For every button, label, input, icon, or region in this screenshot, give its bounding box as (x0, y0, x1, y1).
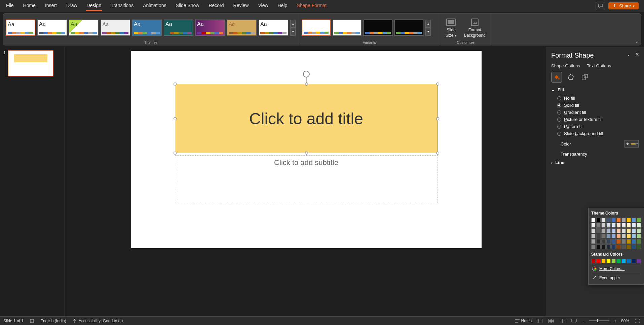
variant-thumb-2[interactable] (333, 20, 362, 36)
color-swatch[interactable] (606, 239, 611, 244)
color-swatch[interactable] (616, 228, 621, 233)
color-swatch[interactable] (616, 234, 621, 238)
tab-text-options[interactable]: Text Options (587, 63, 611, 68)
menu-home[interactable]: Home (23, 1, 36, 11)
handle-tc[interactable] (305, 83, 308, 86)
color-swatch[interactable] (611, 223, 616, 228)
color-swatch[interactable] (632, 228, 636, 233)
color-swatch[interactable] (606, 259, 611, 263)
tab-shape-options[interactable]: Shape Options (551, 63, 580, 68)
rotate-handle[interactable] (303, 70, 310, 84)
slide-thumbnail-1[interactable] (8, 50, 53, 76)
format-background-button[interactable]: Format Background (461, 18, 488, 38)
title-placeholder-box[interactable]: Click to add title (175, 84, 438, 153)
color-swatch[interactable] (596, 228, 601, 233)
theme-thumb-5[interactable]: Aa (132, 20, 162, 36)
menu-record[interactable]: Record (208, 1, 224, 11)
color-swatch[interactable] (632, 223, 636, 228)
color-swatch[interactable] (596, 245, 601, 249)
share-button[interactable]: Share ▾ (608, 2, 639, 9)
color-swatch[interactable] (632, 259, 636, 263)
pane-close-icon[interactable]: ✕ (635, 52, 639, 57)
radio-picture-fill[interactable]: Picture or texture fill (557, 117, 639, 122)
color-swatch[interactable] (591, 228, 596, 233)
color-swatch[interactable] (601, 234, 606, 238)
variant-thumb-4[interactable] (394, 20, 423, 36)
color-swatch[interactable] (601, 259, 606, 263)
menu-review[interactable]: Review (233, 1, 250, 11)
language-button[interactable]: English (India) (40, 319, 66, 323)
theme-thumb-9[interactable]: Aa (259, 20, 288, 36)
color-swatch[interactable] (611, 239, 616, 244)
theme-thumb-1[interactable]: Aa (6, 20, 35, 36)
theme-scroll-up[interactable]: ▴ (290, 20, 296, 28)
color-swatch[interactable] (621, 259, 626, 263)
handle-rc[interactable] (436, 117, 439, 120)
color-swatch[interactable] (621, 228, 626, 233)
color-swatch[interactable] (596, 239, 601, 244)
color-swatch[interactable] (596, 259, 601, 263)
color-swatch[interactable] (606, 228, 611, 233)
zoom-out-button[interactable]: − (582, 319, 584, 323)
color-swatch[interactable] (611, 228, 616, 233)
handle-bl[interactable] (174, 152, 177, 155)
ribbon-collapse-icon[interactable]: ⌄ (635, 38, 639, 44)
sorter-view-button[interactable] (548, 318, 555, 324)
theme-scroll-down[interactable]: ▾ (290, 28, 296, 36)
eyedropper-item[interactable]: Eyedropper (591, 274, 641, 282)
spellcheck-button[interactable] (30, 319, 34, 323)
theme-thumb-2[interactable]: Aa (37, 20, 67, 36)
slideshow-view-button[interactable] (571, 318, 577, 324)
color-swatch[interactable] (596, 218, 601, 222)
color-swatch[interactable] (616, 223, 621, 228)
color-swatch[interactable] (627, 234, 631, 238)
color-swatch[interactable] (632, 218, 636, 222)
slide-size-button[interactable]: Slide Size ▾ (443, 18, 459, 38)
theme-thumb-3[interactable]: Aa (69, 20, 99, 36)
zoom-level[interactable]: 80% (621, 319, 629, 323)
color-swatch[interactable] (611, 245, 616, 249)
color-swatch[interactable] (627, 239, 631, 244)
color-swatch[interactable] (627, 228, 631, 233)
menu-transitions[interactable]: Transitions (110, 1, 134, 11)
more-colors-item[interactable]: More Colors... (591, 265, 641, 272)
variant-thumb-1[interactable] (302, 20, 331, 36)
variant-scroll-up[interactable]: ▴ (425, 20, 431, 28)
color-swatch[interactable] (627, 245, 631, 249)
slide-counter[interactable]: Slide 1 of 1 (3, 319, 24, 323)
theme-thumb-7[interactable]: Aa (195, 20, 225, 36)
handle-tr[interactable] (436, 83, 439, 86)
color-swatch[interactable] (627, 223, 631, 228)
menu-shape-format[interactable]: Shape Format (296, 1, 327, 11)
color-swatch[interactable] (611, 234, 616, 238)
zoom-slider[interactable] (589, 320, 609, 321)
color-swatch[interactable] (616, 239, 621, 244)
menu-animations[interactable]: Animations (142, 1, 167, 11)
color-swatch[interactable] (601, 218, 606, 222)
line-section-header[interactable]: ›Line (551, 160, 639, 165)
color-swatch[interactable] (591, 218, 596, 222)
color-swatch[interactable] (601, 228, 606, 233)
color-swatch[interactable] (637, 234, 641, 238)
radio-no-fill[interactable]: No fill (557, 96, 639, 101)
color-swatch[interactable] (616, 259, 621, 263)
menu-insert[interactable]: Insert (44, 1, 58, 11)
radio-slide-bg-fill[interactable]: Slide background fill (557, 131, 639, 136)
color-swatch[interactable] (596, 223, 601, 228)
color-swatch[interactable] (621, 239, 626, 244)
color-swatch[interactable] (627, 259, 631, 263)
fill-section-header[interactable]: ⌄Fill (551, 87, 639, 92)
color-swatch[interactable] (621, 245, 626, 249)
radio-gradient-fill[interactable]: Gradient fill (557, 110, 639, 115)
zoom-in-button[interactable]: + (614, 319, 616, 323)
comments-button[interactable] (596, 2, 605, 10)
variant-scroll-down[interactable]: ▾ (425, 28, 431, 36)
color-swatch[interactable] (591, 259, 596, 263)
normal-view-button[interactable] (536, 318, 543, 324)
color-swatch[interactable] (621, 234, 626, 238)
slide[interactable]: Click to add title Click to add subtitle (131, 51, 482, 248)
handle-bc[interactable] (305, 152, 308, 155)
color-swatch[interactable] (621, 218, 626, 222)
accessibility-button[interactable]: Accessibility: Good to go (72, 319, 123, 323)
menu-slideshow[interactable]: Slide Show (175, 1, 200, 11)
